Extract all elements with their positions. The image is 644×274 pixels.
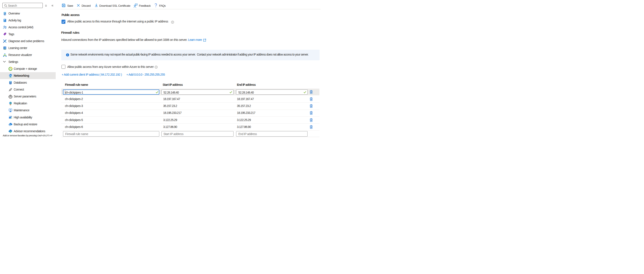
svg-text:$: $ <box>10 68 11 70</box>
svg-text:My: My <box>4 13 6 15</box>
svg-text:DB: DB <box>10 82 12 84</box>
svg-text:101: 101 <box>4 47 6 49</box>
